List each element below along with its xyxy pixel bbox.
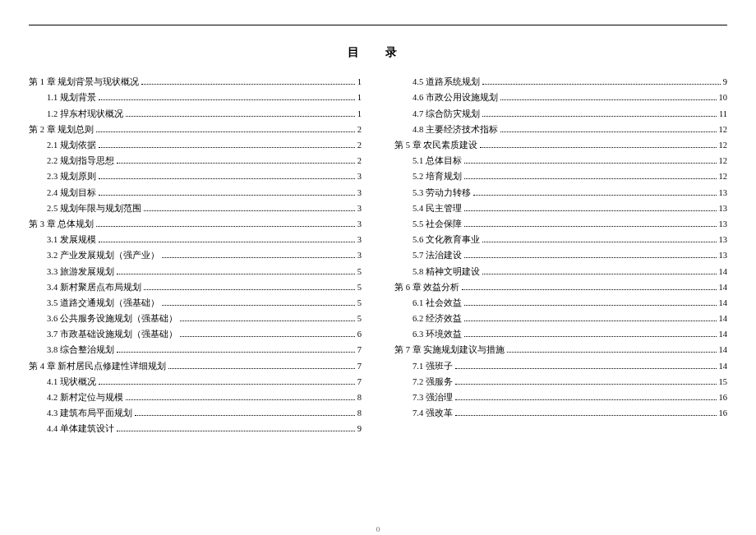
toc-entry-page: 14 — [719, 314, 728, 325]
toc-dot-leader — [464, 336, 717, 337]
toc-dot-leader — [464, 257, 717, 258]
toc-dot-leader — [464, 210, 717, 211]
toc-entry-label: 第 5 章 农民素质建设 — [394, 141, 477, 151]
toc-entry: 6.2 经济效益14 — [394, 314, 727, 325]
toc-entry: 2.2 规划指导思想2 — [29, 156, 362, 167]
toc-dot-leader — [126, 399, 355, 400]
toc-dot-leader — [117, 163, 355, 164]
toc-entry: 5.3 劳动力转移13 — [394, 188, 727, 199]
toc-entry-label: 5.6 文化教育事业 — [413, 235, 480, 246]
toc-entry-label: 3.6 公共服务设施规划（强基础） — [47, 314, 177, 325]
toc-dot-leader — [180, 321, 355, 321]
toc-entry-page: 15 — [719, 377, 728, 388]
toc-dot-leader — [162, 257, 355, 258]
toc-entry-label: 4.5 道路系统规划 — [413, 77, 480, 88]
toc-dot-leader — [117, 352, 355, 353]
toc-entry-page: 3 — [357, 204, 362, 214]
toc-dot-leader — [455, 384, 717, 385]
toc-entry-page: 8 — [357, 408, 362, 419]
toc-entry: 2.3 规划原则3 — [29, 172, 362, 182]
toc-entry-page: 16 — [719, 408, 728, 419]
toc-entry-page: 1 — [357, 93, 362, 104]
toc-entry-page: 3 — [357, 188, 362, 199]
toc-entry: 第 3 章 总体规划3 — [29, 219, 362, 230]
toc-dot-leader — [168, 368, 355, 369]
toc-entry-label: 1.1 规划背景 — [47, 93, 96, 104]
toc-entry: 7.2 强服务15 — [394, 377, 727, 388]
toc-dot-leader — [141, 84, 355, 85]
toc-entry-label: 4.8 主要经济技术指标 — [413, 125, 498, 136]
horizontal-rule — [29, 25, 727, 25]
toc-entry-label: 第 2 章 规划总则 — [29, 125, 94, 136]
toc-dot-leader — [144, 289, 355, 290]
toc-entry-page: 3 — [357, 172, 362, 182]
toc-dot-leader — [455, 399, 717, 400]
toc-columns: 第 1 章 规划背景与现状概况11.1 规划背景11.2 捍东村现状概况1第 2… — [29, 75, 727, 437]
toc-entry-label: 7.1 强班子 — [413, 362, 453, 372]
toc-entry: 5.5 社会保障13 — [394, 219, 727, 230]
toc-entry-page: 6 — [357, 330, 362, 340]
toc-column-left: 第 1 章 规划背景与现状概况11.1 规划背景11.2 捍东村现状概况1第 2… — [29, 75, 362, 437]
toc-entry-page: 3 — [357, 219, 362, 230]
toc-entry: 1.1 规划背景1 — [29, 93, 362, 104]
toc-entry-label: 3.1 发展规模 — [47, 235, 96, 246]
toc-entry-label: 5.1 总体目标 — [413, 156, 462, 167]
toc-entry-page: 14 — [719, 345, 728, 356]
toc-entry: 第 5 章 农民素质建设12 — [394, 141, 727, 151]
toc-entry-label: 2.3 规划原则 — [47, 172, 96, 182]
toc-entry-page: 5 — [357, 267, 362, 278]
toc-dot-leader — [464, 163, 717, 164]
toc-entry-page: 12 — [719, 125, 728, 136]
toc-entry-label: 3.7 市政基础设施规划（强基础） — [47, 330, 177, 340]
toc-entry-label: 7.3 强治理 — [413, 393, 453, 404]
toc-entry-page: 7 — [357, 377, 362, 388]
toc-dot-leader — [99, 99, 355, 100]
toc-entry-label: 4.1 现状概况 — [47, 377, 96, 388]
toc-entry-page: 8 — [357, 393, 362, 404]
toc-entry: 3.3 旅游发展规划5 — [29, 267, 362, 278]
toc-entry-page: 2 — [357, 141, 362, 151]
toc-entry-label: 3.8 综合整治规划 — [47, 345, 114, 356]
toc-dot-leader — [117, 431, 355, 431]
toc-entry-page: 5 — [357, 283, 362, 293]
toc-dot-leader — [507, 352, 716, 353]
toc-dot-leader — [99, 195, 355, 196]
toc-entry: 5.1 总体目标12 — [394, 156, 727, 167]
toc-dot-leader — [482, 116, 717, 117]
toc-entry: 2.1 规划依据2 — [29, 141, 362, 151]
toc-dot-leader — [500, 131, 717, 132]
toc-entry-label: 1.2 捍东村现状概况 — [47, 109, 123, 120]
toc-entry: 1.2 捍东村现状概况1 — [29, 109, 362, 120]
toc-entry: 3.8 综合整治规划7 — [29, 345, 362, 356]
toc-entry: 3.1 发展规模3 — [29, 235, 362, 246]
toc-dot-leader — [482, 84, 721, 85]
toc-entry: 5.7 法治建设13 — [394, 251, 727, 261]
page-number: 0 — [376, 525, 380, 533]
toc-entry: 第 7 章 实施规划建议与措施14 — [394, 345, 727, 356]
toc-entry-label: 7.2 强服务 — [413, 377, 453, 388]
toc-entry: 5.2 培育规划12 — [394, 172, 727, 182]
toc-entry: 5.6 文化教育事业13 — [394, 235, 727, 246]
toc-entry-label: 6.2 经济效益 — [413, 314, 462, 325]
toc-entry: 3.7 市政基础设施规划（强基础）6 — [29, 330, 362, 340]
toc-entry-page: 9 — [357, 424, 362, 435]
toc-entry-page: 13 — [719, 188, 728, 199]
toc-dot-leader — [99, 178, 355, 179]
toc-entry-page: 11 — [719, 109, 727, 120]
toc-entry: 2.5 规划年限与规划范围3 — [29, 204, 362, 214]
toc-entry: 6.3 环境效益14 — [394, 330, 727, 340]
toc-entry: 5.8 精神文明建设14 — [394, 267, 727, 278]
toc-entry: 第 6 章 效益分析14 — [394, 283, 727, 293]
toc-dot-leader — [117, 274, 355, 274]
toc-entry-page: 13 — [719, 204, 728, 214]
toc-entry-label: 第 3 章 总体规划 — [29, 219, 94, 230]
toc-entry-label: 5.2 培育规划 — [413, 172, 462, 182]
toc-entry-label: 第 1 章 规划背景与现状概况 — [29, 77, 139, 88]
toc-entry-label: 第 4 章 新村居民点修建性详细规划 — [29, 362, 166, 372]
toc-entry-label: 4.4 单体建筑设计 — [47, 424, 114, 435]
toc-entry-label: 3.4 新村聚居点布局规划 — [47, 283, 141, 293]
toc-entry-label: 第 6 章 效益分析 — [394, 283, 459, 293]
toc-entry-page: 13 — [719, 219, 728, 230]
toc-dot-leader — [455, 368, 717, 369]
toc-entry-page: 1 — [357, 109, 362, 120]
